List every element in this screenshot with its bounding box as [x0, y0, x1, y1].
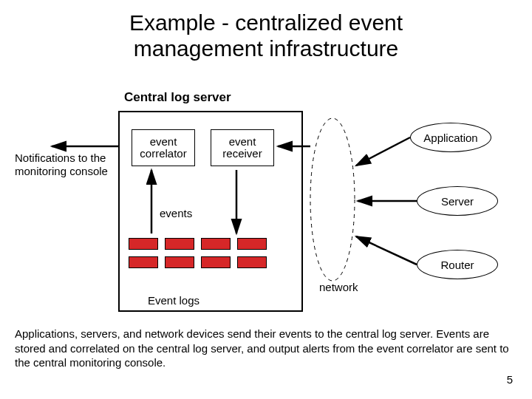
- title-line1: Example - centralized event: [129, 10, 403, 35]
- log-cell: [129, 238, 158, 250]
- network-ellipse-icon: [310, 118, 355, 281]
- log-cell: [165, 256, 194, 268]
- event-logs-label: Event logs: [148, 294, 200, 307]
- events-label: events: [160, 207, 192, 219]
- footer-text: Applications, servers, and network devic…: [15, 327, 517, 370]
- log-cell: [237, 256, 267, 268]
- event-receiver-box: event receiver: [211, 129, 274, 166]
- page-number: 5: [507, 373, 513, 386]
- log-cell: [165, 238, 194, 250]
- arrow-router-to-network: [356, 236, 417, 265]
- title-line2: management infrastructure: [134, 36, 399, 61]
- arrow-app-to-network: [356, 137, 410, 166]
- central-log-server-label: Central log server: [124, 90, 231, 105]
- server-ellipse: Server: [417, 186, 498, 216]
- notifications-label: Notifications to the monitoring console: [15, 151, 111, 178]
- log-cell: [201, 256, 231, 268]
- network-label: network: [319, 281, 358, 293]
- event-logs-grid: [129, 238, 267, 275]
- log-cell: [237, 238, 267, 250]
- router-ellipse: Router: [417, 250, 498, 279]
- application-ellipse: Application: [410, 123, 491, 152]
- slide-title: Example - centralized event management i…: [0, 0, 532, 61]
- log-cell: [201, 238, 231, 250]
- log-cell: [129, 256, 158, 268]
- event-correlator-box: event correlator: [132, 129, 195, 166]
